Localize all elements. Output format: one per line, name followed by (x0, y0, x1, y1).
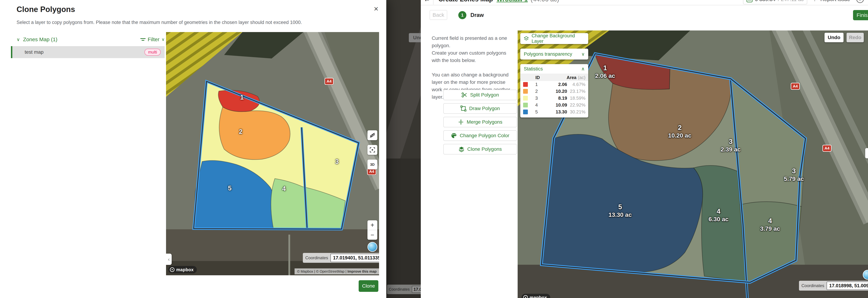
flag-icon: ⚑ (814, 0, 818, 2)
palette-icon (451, 132, 457, 139)
layer-list-item[interactable]: test map multi (11, 46, 165, 58)
map-attribution: © Mapbox | © OpenStreetMap | Improve thi… (294, 268, 379, 274)
zone-percent: 30.21% (567, 109, 585, 115)
zone-number-label: 1 (235, 94, 249, 101)
statistics-row: 2 10.20 23.17% (520, 88, 588, 95)
filter-control[interactable]: Filter ∨ (140, 35, 165, 44)
zone-color-swatch (523, 103, 528, 108)
chevron-down-icon: ∨ (581, 52, 585, 57)
statistics-title: Statistics (524, 66, 543, 72)
statistics-row: 5 13.30 30.21% (520, 109, 588, 115)
road-shield-a4: A4 (823, 145, 832, 152)
zone-color-swatch (523, 89, 528, 94)
measure-toggle-button[interactable] (367, 130, 377, 140)
coordinates-label: Coordinates (801, 283, 824, 288)
tool-label: Clone Polygons (467, 146, 502, 152)
report-issue-label: Report issue (820, 0, 850, 2)
undo-button[interactable]: Undo (825, 33, 843, 42)
statistics-header[interactable]: Statistics ∧ (520, 64, 588, 74)
polygons-transparency-dropdown[interactable]: Polygons transparency ∨ (520, 49, 588, 60)
statistics-row: 3 8.19 18.59% (520, 95, 588, 101)
mapbox-logo-text: mapbox (176, 267, 194, 272)
globe-view-button[interactable] (367, 242, 377, 252)
attribution-text: © Mapbox | © OpenStreetMap | (297, 269, 346, 273)
step-number-badge: 1 (458, 11, 466, 19)
instruction-paragraph: Create your own custom polygons with the… (432, 49, 516, 64)
zone-area: 13.30 (556, 109, 567, 115)
zone-id: 3 (535, 95, 546, 101)
collapse-panel-button[interactable]: ‹ (166, 254, 172, 265)
3d-view-button[interactable]: 3D (367, 159, 377, 170)
statistics-panel: Statistics ∧ ID Area(ac) 1 2.06 4.67% (520, 64, 588, 117)
clone-button[interactable]: Clone (359, 280, 378, 292)
mapbox-icon (523, 295, 528, 298)
redo-button[interactable]: Redo (846, 33, 864, 42)
clone-polygons-screen: Undo Coordinates 17.01 Clone Polygons × … (0, 0, 421, 298)
statistics-table-header: ID Area(ac) (520, 74, 588, 81)
3d-icon: 3D (370, 162, 375, 167)
zone-percent: 4.67% (567, 82, 585, 87)
chevron-down-icon: ∨ (17, 37, 20, 42)
zone-id: 1 (535, 82, 546, 87)
column-area-unit: (ac) (578, 75, 585, 80)
tool-label: Split Polygon (470, 92, 499, 98)
finish-button[interactable]: Finish (853, 10, 868, 20)
coordinates-box: Coordinates 17.019401, 51.011335 (303, 253, 379, 263)
zone-id: 4 (535, 102, 546, 108)
multi-badge: multi (144, 49, 161, 56)
zone-area: 10.09 (556, 102, 567, 108)
area-summary[interactable]: 0 839.84 / 247.11 ac (743, 0, 807, 4)
zone-number-label: 3 (330, 158, 344, 166)
zones-editor-map[interactable]: 12.06 ac 210.20 ac 32.39 ac 35.79 ac 513… (518, 30, 868, 298)
change-polygon-color-button[interactable]: Change Polygon Color (443, 130, 517, 141)
column-id: ID (535, 75, 540, 80)
merge-icon (458, 119, 464, 125)
merge-polygons-button[interactable]: Merge Polygons (443, 117, 517, 127)
header-divider (433, 0, 433, 5)
zoom-out-button[interactable]: − (367, 230, 377, 240)
tool-label: Change Polygon Color (460, 133, 509, 139)
zoom-in-button[interactable]: + (367, 220, 377, 230)
center-field-button[interactable] (367, 145, 377, 155)
report-issue-button[interactable]: ⚑ Report issue (814, 0, 850, 2)
collapse-panel-button[interactable] (865, 148, 868, 158)
split-polygon-button[interactable]: Split Polygon (443, 90, 517, 100)
back-arrow-icon[interactable]: ← (421, 0, 433, 3)
statistics-row: 1 2.06 4.67% (520, 81, 588, 88)
change-background-label: Change Background Layer (531, 33, 585, 44)
map-panel-column: Change Background Layer Polygons transpa… (520, 33, 588, 122)
layers-group-label: Zones Map (1) (23, 36, 57, 42)
road-shield-a4: A4 (324, 78, 334, 85)
chevron-left-icon: ‹ (168, 256, 170, 262)
zone-id: 2 (535, 89, 546, 94)
zone-color-swatch (523, 110, 528, 114)
mapbox-logo[interactable]: mapbox (522, 294, 550, 298)
area-summary-value: 0 839.84 (755, 0, 776, 2)
modal-description: Select a layer to copy polygons from. Pl… (17, 20, 302, 25)
clone-preview-map[interactable]: 1 2 3 4 5 A4 A4 (166, 32, 379, 275)
close-icon[interactable]: × (371, 4, 381, 14)
improve-map-link[interactable]: Improve this map (347, 269, 377, 273)
step-label: Draw (470, 12, 484, 18)
layers-group-header[interactable]: ∨ Zones Map (1) Filter ∨ (17, 35, 165, 44)
zone-percent: 23.17% (567, 89, 585, 94)
column-area: Area (566, 75, 577, 80)
mapbox-icon (170, 267, 175, 272)
coordinates-input[interactable]: 17.018998, 51.009848 (827, 281, 868, 290)
clone-polygons-button[interactable]: Clone Polygons (443, 144, 517, 154)
coordinates-label: Coordinates (305, 256, 328, 260)
draw-polygon-button[interactable]: Draw Polygon (443, 103, 517, 114)
mapbox-logo[interactable]: mapbox (168, 266, 197, 273)
help-icon[interactable]: ? (857, 0, 864, 3)
center-target-icon (369, 147, 375, 153)
coordinates-box: Coordinates 17.018998, 51.009848 (799, 281, 868, 291)
zone-number-label: 2 (234, 128, 248, 136)
coordinates-input[interactable]: 17.019401, 51.011335 (331, 254, 379, 262)
change-background-layer-button[interactable]: Change Background Layer (520, 33, 588, 44)
field-link[interactable]: Wroclaw 1 (496, 0, 528, 3)
back-button[interactable]: Back (430, 10, 447, 20)
page-header: ← Create Zones Map Wroclaw 1 (44.06 ac) … (421, 0, 868, 5)
zone-number-label: 5 (223, 185, 237, 192)
zoom-control: + − (367, 220, 377, 240)
create-zones-map-screen: ← Create Zones Map Wroclaw 1 (44.06 ac) … (421, 0, 868, 298)
